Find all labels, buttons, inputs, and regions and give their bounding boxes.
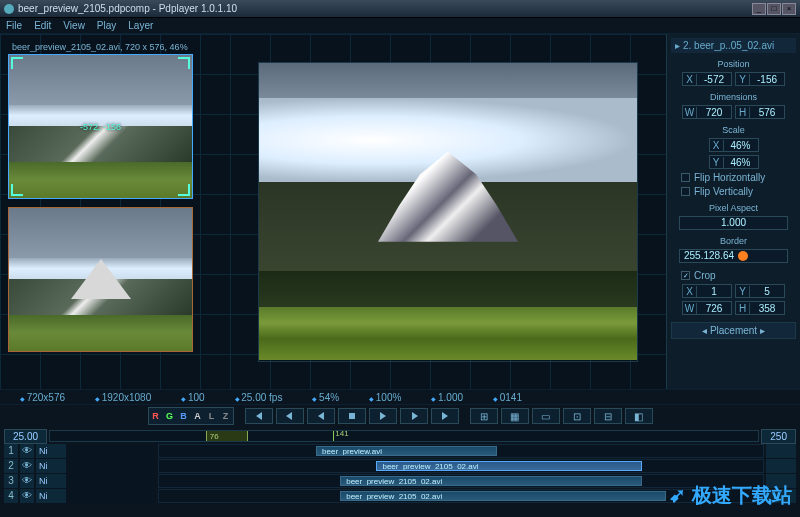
status-pct2: 100% <box>369 392 401 403</box>
crop-handle-bl[interactable] <box>11 184 23 196</box>
track-strip[interactable]: beer_preview.avi <box>158 444 764 458</box>
range-start[interactable]: 25.00 <box>4 429 47 444</box>
crop-x-field[interactable]: X1 <box>682 284 732 298</box>
properties-panel: ▸ 2. beer_p..05_02.avi Position X-572 Y-… <box>666 34 800 389</box>
thumbnail-1[interactable]: beer_preview_2105_02.avi, 720 x 576, 46%… <box>8 42 222 199</box>
main-preview <box>258 62 638 362</box>
menu-play[interactable]: Play <box>97 20 116 31</box>
position-readout: -572, -156 <box>80 122 121 132</box>
position-y-field[interactable]: Y-156 <box>735 72 785 86</box>
thumbnail-2[interactable] <box>8 207 222 352</box>
channel-buttons: R G B A L Z <box>148 407 234 425</box>
track-visibility-icon[interactable]: 👁 <box>20 474 34 488</box>
pixel-aspect-label: Pixel Aspect <box>671 203 796 213</box>
dimensions-w-field[interactable]: W720 <box>682 105 732 119</box>
track-strip[interactable]: beer_preview_2105_02.avi <box>158 459 764 473</box>
crop-w-field[interactable]: W726 <box>682 301 732 315</box>
track-visibility-icon[interactable]: 👁 <box>20 459 34 473</box>
track-name[interactable]: Ni <box>36 474 66 488</box>
tool-2[interactable]: ▦ <box>501 408 529 424</box>
stop-button[interactable] <box>338 408 366 424</box>
clip[interactable]: beer_preview_2105_02.avi <box>376 461 642 471</box>
track-name[interactable]: Ni <box>36 489 66 503</box>
menu-file[interactable]: File <box>6 20 22 31</box>
thumbnail-panel: beer_preview_2105_02.avi, 720 x 576, 46%… <box>0 34 230 389</box>
tool-4[interactable]: ⊡ <box>563 408 591 424</box>
status-val: 1.000 <box>431 392 463 403</box>
maximize-button[interactable]: □ <box>767 3 781 15</box>
minimize-button[interactable]: _ <box>752 3 766 15</box>
track-name[interactable]: Ni <box>36 444 66 458</box>
play-reverse-button[interactable] <box>307 408 335 424</box>
placement-button[interactable]: ◂ Placement ▸ <box>671 322 796 339</box>
border-label: Border <box>671 236 796 246</box>
border-field[interactable]: 255.128.64 <box>679 249 788 263</box>
prev-frame-button[interactable] <box>276 408 304 424</box>
timeline-ruler[interactable]: 25.00 76 250 <box>4 429 796 443</box>
clip[interactable]: beer_preview_2105_02.avi <box>340 491 666 501</box>
timeline-track-4: 4 👁 Ni beer_preview_2105_02.avi <box>4 489 796 503</box>
layer-header[interactable]: ▸ 2. beer_p..05_02.avi <box>671 38 796 53</box>
border-color-swatch[interactable] <box>738 251 748 261</box>
next-frame-button[interactable] <box>400 408 428 424</box>
channel-b[interactable]: B <box>177 408 191 424</box>
workspace: beer_preview_2105_02.avi, 720 x 576, 46%… <box>0 34 800 389</box>
menu-edit[interactable]: Edit <box>34 20 51 31</box>
close-button[interactable]: × <box>782 3 796 15</box>
collapse-icon[interactable]: ▸ <box>675 40 680 51</box>
track-name[interactable]: Ni <box>36 459 66 473</box>
track-strip[interactable]: beer_preview_2105_02.avi <box>158 474 764 488</box>
dimensions-h-field[interactable]: H576 <box>735 105 785 119</box>
tool-6[interactable]: ◧ <box>625 408 653 424</box>
channel-g[interactable]: G <box>163 408 177 424</box>
tool-3[interactable]: ▭ <box>532 408 560 424</box>
goto-end-button[interactable] <box>431 408 459 424</box>
track-visibility-icon[interactable]: 👁 <box>20 489 34 503</box>
crop-y-field[interactable]: Y5 <box>735 284 785 298</box>
crop-checkbox[interactable] <box>681 271 690 280</box>
status-fps: 25.00 fps <box>235 392 283 403</box>
viewport[interactable] <box>230 34 666 389</box>
status-res2: 1920x1080 <box>95 392 151 403</box>
position-x-field[interactable]: X-572 <box>682 72 732 86</box>
channel-l[interactable]: L <box>205 408 219 424</box>
range-end[interactable]: 250 <box>761 429 796 444</box>
tool-1[interactable]: ⊞ <box>470 408 498 424</box>
play-button[interactable] <box>369 408 397 424</box>
clip[interactable]: beer_preview_2105_02.avi <box>340 476 642 486</box>
track-visibility-icon[interactable]: 👁 <box>20 444 34 458</box>
clip[interactable]: beer_preview.avi <box>316 446 497 456</box>
window-title: beer_preview_2105.pdpcomp - Pdplayer 1.0… <box>18 3 237 14</box>
status-pct1: 54% <box>312 392 339 403</box>
track-strip[interactable]: beer_preview_2105_02.avi <box>158 489 764 503</box>
crop-handle-br[interactable] <box>178 184 190 196</box>
flip-v-checkbox[interactable] <box>681 187 690 196</box>
channel-a[interactable]: A <box>191 408 205 424</box>
thumbnail-1-label: beer_preview_2105_02.avi, 720 x 576, 46% <box>8 42 222 52</box>
channel-z[interactable]: Z <box>219 408 233 424</box>
transport-bar: R G B A L Z ⊞ ▦ ▭ ⊡ ⊟ ◧ <box>0 405 800 427</box>
crop-handle-tl[interactable] <box>11 57 23 69</box>
status-res1: 720x576 <box>20 392 65 403</box>
flip-h-label: Flip Horizontally <box>694 172 765 183</box>
layer-name: 2. beer_p..05_02.avi <box>683 40 774 51</box>
menu-view[interactable]: View <box>63 20 85 31</box>
crop-handle-tr[interactable] <box>178 57 190 69</box>
pixel-aspect-field[interactable]: 1.000 <box>679 216 788 230</box>
statusbar: 720x576 1920x1080 100 25.00 fps 54% 100%… <box>0 389 800 405</box>
tool-5[interactable]: ⊟ <box>594 408 622 424</box>
crop-h-field[interactable]: H358 <box>735 301 785 315</box>
menu-layer[interactable]: Layer <box>128 20 153 31</box>
scale-x-field[interactable]: X46% <box>709 138 759 152</box>
titlebar: beer_preview_2105.pdpcomp - Pdplayer 1.0… <box>0 0 800 18</box>
scale-y-field[interactable]: Y46% <box>709 155 759 169</box>
menubar: File Edit View Play Layer <box>0 18 800 34</box>
channel-r[interactable]: R <box>149 408 163 424</box>
playhead[interactable] <box>333 431 334 441</box>
flip-h-checkbox[interactable] <box>681 173 690 182</box>
track-number: 2 <box>4 459 18 473</box>
status-frame: 0141 <box>493 392 522 403</box>
track-number: 1 <box>4 444 18 458</box>
goto-start-button[interactable] <box>245 408 273 424</box>
in-point-marker[interactable]: 76 <box>206 431 248 441</box>
